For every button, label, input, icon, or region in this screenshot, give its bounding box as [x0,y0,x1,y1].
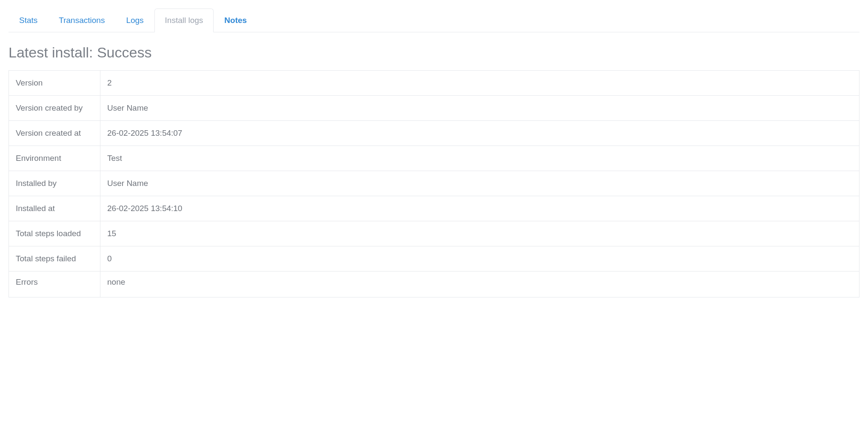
table-row: Installed by User Name [9,171,859,196]
environment-value: Test [100,146,859,171]
total-steps-loaded-value: 15 [100,221,859,246]
version-value: 2 [100,71,859,96]
installed-by-label: Installed by [9,171,100,196]
installed-by-value: User Name [100,171,859,196]
errors-value: none [100,272,859,297]
table-row: Installed at 26-02-2025 13:54:10 [9,196,859,221]
installed-at-label: Installed at [9,196,100,221]
install-details-table: Version 2 Version created by User Name V… [9,70,859,297]
tab-transactions[interactable]: Transactions [48,9,115,32]
tab-notes[interactable]: Notes [214,9,257,32]
tab-install-logs[interactable]: Install logs [154,9,214,32]
version-created-by-value: User Name [100,96,859,121]
table-row: Version created at 26-02-2025 13:54:07 [9,121,859,146]
tab-stats[interactable]: Stats [9,9,48,32]
table-row: Version created by User Name [9,96,859,121]
table-row: Total steps loaded 15 [9,221,859,246]
errors-label: Errors [9,272,100,297]
version-created-at-value: 26-02-2025 13:54:07 [100,121,859,146]
total-steps-failed-value: 0 [100,246,859,272]
version-label: Version [9,71,100,96]
page-title: Latest install: Success [9,44,859,61]
version-created-by-label: Version created by [9,96,100,121]
version-created-at-label: Version created at [9,121,100,146]
total-steps-loaded-label: Total steps loaded [9,221,100,246]
table-row: Total steps failed 0 [9,246,859,272]
installed-at-value: 26-02-2025 13:54:10 [100,196,859,221]
total-steps-failed-label: Total steps failed [9,246,100,272]
table-row: Errors none [9,272,859,297]
environment-label: Environment [9,146,100,171]
table-row: Version 2 [9,71,859,96]
table-row: Environment Test [9,146,859,171]
tab-logs[interactable]: Logs [115,9,154,32]
tab-bar: Stats Transactions Logs Install logs Not… [9,9,859,32]
